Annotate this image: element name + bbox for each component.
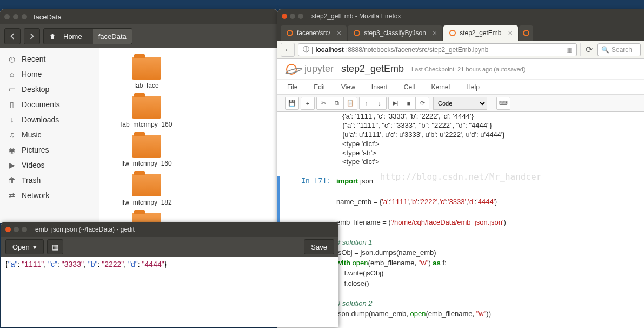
reload-button[interactable]: ⟳ (580, 43, 594, 56)
cut-icon: ✂ (321, 100, 326, 107)
window-title: faceData (34, 13, 62, 21)
file-manager-content[interactable]: lab_face lab_mtcnnpy_160 lfw_mtcnnpy_160… (99, 48, 277, 223)
maximize-icon[interactable] (298, 14, 303, 19)
chevron-down-icon: ▾ (33, 243, 37, 251)
file-manager-sidebar: ◷Recent ⌂Home ▭Desktop ▯Documents ↓Downl… (0, 48, 99, 223)
menu-edit[interactable]: Edit (314, 83, 325, 91)
address-field[interactable]: ⓘ | localhost:8888/notebooks/facenet/src… (298, 43, 577, 56)
move-up-button[interactable]: ↑ (359, 97, 373, 110)
folder-item[interactable]: lab_face (106, 55, 187, 91)
tab-step3[interactable]: step3_classifyByJson× (348, 25, 442, 41)
paste-icon: 📋 (347, 100, 354, 107)
minimize-icon[interactable] (14, 227, 19, 232)
save-button[interactable]: 💾 (285, 97, 299, 110)
jupyter-favicon-icon (449, 29, 456, 37)
sidebar-item-desktop[interactable]: ▭Desktop (0, 82, 99, 97)
folder-item[interactable]: tenPeople_image (106, 211, 187, 223)
sidebar-item-home[interactable]: ⌂Home (0, 67, 99, 82)
save-button[interactable]: Save (304, 239, 334, 254)
maximize-icon[interactable] (22, 14, 27, 19)
move-down-button[interactable]: ↓ (373, 97, 387, 110)
arrow-up-icon: ↑ (364, 100, 368, 107)
tab-overflow[interactable] (519, 25, 533, 41)
cut-button[interactable]: ✂ (316, 97, 330, 110)
browser-tabs: facenet/src/× step3_classifyByJson× step… (277, 23, 644, 41)
copy-button[interactable]: ⧉ (330, 97, 344, 110)
checkpoint-text: Last Checkpoint: 21 hours ago (autosaved… (411, 66, 525, 73)
cell-type-select[interactable]: Code (433, 97, 487, 110)
tab-facenet-src[interactable]: facenet/src/× (281, 25, 347, 41)
gedit-titlebar[interactable]: emb_json.json (~/faceData) - gedit (1, 222, 338, 237)
sidebar-item-downloads[interactable]: ↓Downloads (0, 112, 99, 127)
close-tab-icon[interactable]: × (508, 29, 513, 37)
plus-icon: + (306, 100, 309, 107)
menu-kernel[interactable]: Kernel (431, 83, 450, 91)
paste-button[interactable]: 📋 (343, 97, 357, 110)
cell-output: {'a': '1111', 'c': '3333', 'b': '2222', … (342, 112, 644, 167)
sidebar-item-videos[interactable]: ▶Videos (0, 158, 99, 173)
command-palette-button[interactable]: ⌨ (496, 97, 510, 110)
close-tab-icon[interactable]: × (337, 29, 341, 37)
breadcrumb[interactable]: Home faceData (43, 28, 132, 44)
folder-item[interactable]: lab_mtcnnpy_160 (106, 94, 187, 130)
menu-insert[interactable]: Insert (371, 83, 388, 91)
folder-icon (132, 174, 161, 196)
breadcrumb-leaf[interactable]: faceData (93, 29, 132, 44)
desktop-icon: ▭ (8, 85, 16, 94)
close-icon[interactable] (4, 14, 10, 19)
menu-file[interactable]: File (287, 83, 297, 91)
sidebar-item-recent[interactable]: ◷Recent (0, 51, 99, 67)
open-button[interactable]: Open▾ (5, 239, 44, 254)
sidebar-item-network[interactable]: ⇄Network (0, 188, 99, 203)
network-icon: ⇄ (8, 191, 16, 200)
jupyter-favicon-icon (353, 29, 361, 37)
restart-button[interactable]: ⟳ (415, 97, 429, 110)
minimize-icon[interactable] (290, 14, 295, 19)
tab-step2-active[interactable]: step2_getEmb× (443, 25, 518, 41)
back-button[interactable] (4, 28, 21, 44)
jupyter-logo-text[interactable]: jupyter (304, 63, 334, 75)
sidebar-item-music[interactable]: ♫Music (0, 127, 99, 142)
maximize-icon[interactable] (22, 227, 27, 232)
search-field[interactable]: 🔍Search (597, 43, 641, 56)
notebook-name[interactable]: step2_getEmb (341, 63, 404, 75)
window-title: step2_getEmb - Mozilla Firefox (311, 12, 401, 20)
close-icon[interactable] (5, 227, 11, 232)
add-cell-button[interactable]: + (301, 97, 315, 110)
menu-help[interactable]: Help (466, 83, 480, 91)
copy-icon: ⧉ (335, 100, 339, 107)
firefox-titlebar[interactable]: step2_getEmb - Mozilla Firefox (277, 9, 644, 23)
home-icon: ⌂ (8, 70, 16, 78)
step-icon: ▶| (393, 100, 399, 107)
gedit-window: emb_json.json (~/faceData) - gedit Open▾… (1, 222, 338, 327)
sidebar-item-trash[interactable]: 🗑Trash (0, 173, 99, 188)
new-tab-button[interactable]: ▦ (47, 239, 63, 254)
svg-point-2 (450, 30, 455, 36)
menu-view[interactable]: View (341, 83, 355, 91)
gedit-toolbar: Open▾ ▦ Save (1, 237, 338, 257)
close-icon[interactable] (282, 14, 287, 19)
downloads-icon: ↓ (8, 115, 16, 124)
gedit-editor[interactable]: {"a": "1111", "c": "3333", "b": "2222", … (1, 257, 338, 272)
file-manager-toolbar: Home faceData (0, 24, 277, 48)
close-tab-icon[interactable]: × (433, 29, 437, 37)
breadcrumb-home[interactable]: Home (44, 32, 93, 41)
sidebar-item-documents[interactable]: ▯Documents (0, 97, 99, 112)
code-editor[interactable]: import json name_emb = {'a':'1111','b':'… (336, 176, 644, 319)
run-button[interactable]: ▶| (388, 97, 402, 110)
folder-icon (132, 96, 161, 119)
back-button[interactable]: ← (281, 43, 295, 57)
jupyter-logo-icon[interactable] (286, 64, 297, 75)
file-manager-titlebar[interactable]: faceData (0, 9, 277, 24)
info-icon[interactable]: ⓘ (303, 45, 309, 54)
stop-button[interactable]: ■ (402, 97, 416, 110)
folder-item[interactable]: lfw_mtcnnpy_182 (106, 172, 187, 208)
sidebar-item-pictures[interactable]: ◉Pictures (0, 142, 99, 158)
reader-icon[interactable]: ▥ (566, 46, 572, 54)
forward-button[interactable] (24, 28, 40, 44)
folder-item[interactable]: lfw_mtcnnpy_160 (106, 133, 187, 169)
minimize-icon[interactable] (13, 14, 18, 19)
menu-cell[interactable]: Cell (404, 83, 415, 91)
music-icon: ♫ (8, 130, 16, 139)
trash-icon: 🗑 (8, 176, 16, 185)
